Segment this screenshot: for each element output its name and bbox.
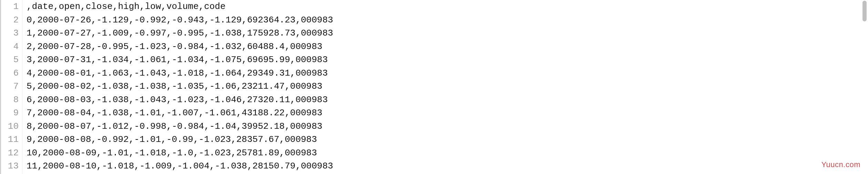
vertical-scrollbar[interactable] (862, 1, 867, 21)
line-number: 12 (1, 146, 19, 160)
line-number: 5 (1, 53, 19, 67)
code-line[interactable]: 4,2000-08-01,-1.063,-1.043,-1.018,-1.064… (27, 67, 868, 80)
code-line[interactable]: 6,2000-08-03,-1.038,-1.043,-1.023,-1.046… (27, 93, 868, 107)
line-number: 13 (1, 160, 19, 173)
line-number-gutter: 12345678910111213 (1, 0, 22, 174)
line-number: 11 (1, 133, 19, 146)
watermark: Yuucn.com (821, 160, 860, 169)
line-number: 6 (1, 67, 19, 80)
line-number: 8 (1, 93, 19, 107)
code-line[interactable]: 5,2000-08-02,-1.038,-1.038,-1.035,-1.06,… (27, 80, 868, 93)
code-line[interactable]: 3,2000-07-31,-1.034,-1.061,-1.034,-1.075… (27, 53, 868, 67)
line-number: 9 (1, 106, 19, 120)
code-line[interactable]: 10,2000-08-09,-1.01,-1.018,-1.0,-1.023,2… (27, 146, 868, 160)
line-number: 1 (1, 0, 19, 13)
code-line[interactable]: 9,2000-08-08,-0.992,-1.01,-0.99,-1.023,2… (27, 133, 868, 146)
line-number: 2 (1, 13, 19, 27)
code-line[interactable]: 7,2000-08-04,-1.038,-1.01,-1.007,-1.061,… (27, 106, 868, 120)
code-editor[interactable]: 12345678910111213 ,date,open,close,high,… (0, 0, 868, 174)
line-number: 4 (1, 40, 19, 54)
line-number: 7 (1, 80, 19, 93)
editor-content[interactable]: ,date,open,close,high,low,volume,code0,2… (22, 0, 868, 174)
code-line[interactable]: 2,2000-07-28,-0.995,-1.023,-0.984,-1.032… (27, 40, 868, 54)
code-line[interactable]: ,date,open,close,high,low,volume,code (27, 0, 868, 13)
code-line[interactable]: 1,2000-07-27,-1.009,-0.997,-0.995,-1.038… (27, 27, 868, 40)
line-number: 10 (1, 120, 19, 133)
line-number: 3 (1, 27, 19, 40)
code-line[interactable]: 8,2000-08-07,-1.012,-0.998,-0.984,-1.04,… (27, 120, 868, 133)
code-line[interactable]: 0,2000-07-26,-1.129,-0.992,-0.943,-1.129… (27, 13, 868, 27)
code-line[interactable]: 11,2000-08-10,-1.018,-1.009,-1.004,-1.03… (27, 160, 868, 173)
